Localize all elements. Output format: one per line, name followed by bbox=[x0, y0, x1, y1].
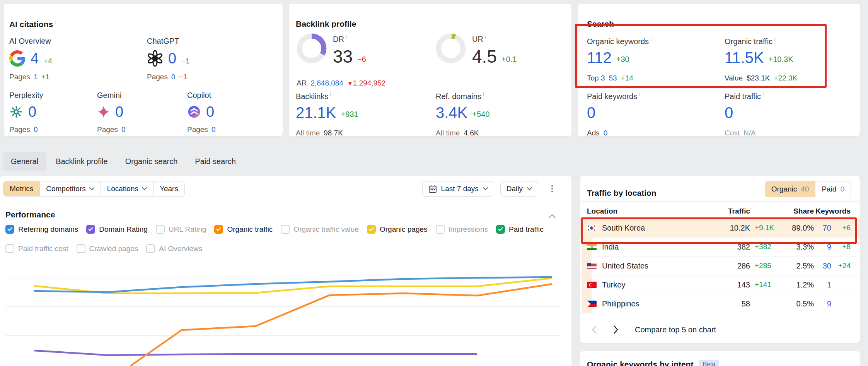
table-row-india[interactable]: India 382 +382 3.3% 9 +8 bbox=[580, 238, 860, 257]
granularity-button[interactable]: Daily bbox=[500, 181, 538, 197]
pages-delta: +1 bbox=[41, 73, 49, 81]
ai-citations-card: AI citationsi AI Overview 4 +4 Pages1+1 … bbox=[4, 4, 283, 136]
organic-traffic-value[interactable]: 11.5K bbox=[725, 50, 764, 65]
location-name[interactable]: India bbox=[602, 243, 619, 251]
paid-traffic-value[interactable]: 0 bbox=[725, 105, 733, 120]
top3-value[interactable]: 53 bbox=[609, 74, 617, 82]
table-row-united-states[interactable]: United States 286 +285 2.5% 30 +24 bbox=[580, 257, 860, 275]
alltime-value: 4.6K bbox=[464, 129, 479, 137]
paid-keywords-label: Paid keywordsi bbox=[587, 91, 640, 101]
traffic-by-location-title: Traffic by location bbox=[587, 188, 657, 198]
checkbox-organic-traffic[interactable]: Organic traffic bbox=[214, 225, 273, 234]
location-name[interactable]: Turkey bbox=[602, 280, 625, 289]
organic-keywords-delta: +30 bbox=[616, 55, 629, 65]
checkbox-ai-overviews[interactable]: AI Overviews bbox=[146, 244, 202, 253]
ai-overview-value[interactable]: 4 bbox=[31, 51, 39, 66]
turkey-flag-icon bbox=[587, 282, 597, 288]
checkbox-domain-rating[interactable]: Domain Rating bbox=[86, 225, 148, 234]
paid-count: 0 bbox=[840, 185, 844, 193]
share-value: 89.0% bbox=[777, 224, 814, 233]
checkbox-label: Organic traffic value bbox=[293, 225, 359, 234]
toggle-paid[interactable]: Paid0 bbox=[815, 181, 851, 197]
alltime-value: 98.7K bbox=[324, 129, 343, 137]
pages-value[interactable]: 0 bbox=[121, 125, 126, 134]
table-row-south-korea[interactable]: South Korea 10.2K +9.1K 89.0% 70 +6 bbox=[580, 219, 860, 238]
ar-value[interactable]: 2,848,084 bbox=[310, 79, 343, 87]
checkbox-label: AI Overviews bbox=[159, 245, 202, 253]
compare-top5-link[interactable]: Compare top 5 on chart bbox=[635, 325, 716, 334]
chart-controls: Last 7 days Daily bbox=[422, 181, 554, 197]
checkbox-referring-domains[interactable]: Referring domains bbox=[5, 225, 78, 234]
checkbox-organic-traffic-value[interactable]: Organic traffic value bbox=[281, 225, 359, 234]
organic-keywords-value[interactable]: 112 bbox=[587, 50, 612, 65]
pages-label: Pages bbox=[9, 73, 30, 81]
keywords-delta: +6 bbox=[831, 224, 851, 232]
chatgpt-value[interactable]: 0 bbox=[168, 51, 176, 66]
backlinks-value[interactable]: 21.1K bbox=[296, 105, 336, 120]
info-icon: i bbox=[650, 36, 651, 42]
location-name[interactable]: Philippines bbox=[602, 299, 639, 308]
engine-label: Perplexity bbox=[9, 91, 43, 100]
google-icon bbox=[9, 50, 26, 67]
gemini-value[interactable]: 0 bbox=[115, 104, 123, 119]
engine-label: ChatGPT bbox=[147, 37, 190, 46]
cost-label: Cost bbox=[725, 129, 740, 137]
share-value: 0.5% bbox=[777, 299, 814, 308]
checkbox-paid-traffic[interactable]: Paid traffic bbox=[496, 225, 543, 234]
ref-domains-value[interactable]: 3.4K bbox=[436, 105, 467, 120]
next-page-button[interactable] bbox=[613, 325, 619, 334]
keywords-value[interactable]: 9 bbox=[814, 299, 831, 308]
prev-page-button[interactable] bbox=[592, 325, 597, 334]
table-row-philippines[interactable]: Philippines 58 0.5% 9 bbox=[580, 294, 860, 313]
checkbox-impressions[interactable]: Impressions bbox=[436, 225, 488, 234]
tab-paid-search[interactable]: Paid search bbox=[187, 152, 244, 171]
tab-general[interactable]: General bbox=[3, 152, 46, 171]
pages-value[interactable]: 1 bbox=[34, 73, 38, 81]
share-value: 2.5% bbox=[777, 262, 814, 270]
keywords-delta: +8 bbox=[831, 243, 851, 251]
checkbox-crawled-pages[interactable]: Crawled pages bbox=[77, 244, 138, 253]
info-icon: i bbox=[483, 91, 484, 97]
filter-competitors[interactable]: Competitors bbox=[40, 181, 101, 196]
location-name[interactable]: South Korea bbox=[602, 224, 645, 233]
checkbox-url-rating[interactable]: URL Rating bbox=[156, 225, 206, 234]
pages-label: Pages bbox=[97, 125, 118, 134]
toggle-organic[interactable]: Organic40 bbox=[765, 181, 815, 197]
engine-gemini: Gemini 0 Pages0 bbox=[97, 91, 125, 134]
metric-checkbox-row-2: Paid traffic cost Crawled pages AI Overv… bbox=[5, 244, 202, 253]
keywords-value[interactable]: 1 bbox=[814, 280, 831, 289]
location-name[interactable]: United States bbox=[602, 262, 648, 270]
filter-years[interactable]: Years bbox=[153, 181, 184, 196]
table-row-turkey[interactable]: Turkey 143 +141 1.2% 1 bbox=[580, 275, 860, 294]
series-domain-rating[interactable] bbox=[34, 351, 477, 355]
pages-value[interactable]: 0 bbox=[171, 73, 176, 81]
tab-backlink-profile[interactable]: Backlink profile bbox=[48, 152, 116, 171]
keywords-by-intent-card: Organic keywords by intent Beta bbox=[580, 351, 860, 366]
chevron-down-icon bbox=[142, 187, 147, 190]
checkbox-box bbox=[496, 225, 505, 234]
ads-value[interactable]: 0 bbox=[604, 129, 608, 137]
collapse-section-button[interactable] bbox=[548, 213, 556, 220]
engine-perplexity: Perplexity 0 Pages0 bbox=[9, 91, 43, 134]
tab-organic-search[interactable]: Organic search bbox=[118, 152, 186, 171]
pages-delta: −1 bbox=[179, 73, 187, 81]
ar-row: AR 2,848,084 ▼1,294,952 bbox=[297, 79, 385, 87]
cost-value: N/A bbox=[744, 129, 756, 137]
keywords-value[interactable]: 70 bbox=[814, 224, 831, 233]
checkbox-organic-pages[interactable]: Organic pages bbox=[367, 225, 428, 234]
keywords-value[interactable]: 9 bbox=[814, 243, 831, 251]
checkbox-paid-traffic-cost[interactable]: Paid traffic cost bbox=[5, 244, 68, 253]
backlink-profile-card: Backlink profile DRi 33−6 AR 2,848,084 ▼… bbox=[289, 4, 571, 136]
filter-metrics[interactable]: Metrics bbox=[3, 181, 40, 196]
checkbox-label: Paid traffic cost bbox=[18, 245, 68, 253]
keywords-value[interactable]: 30 bbox=[814, 262, 831, 270]
perplexity-value[interactable]: 0 bbox=[28, 104, 36, 119]
date-range-button[interactable]: Last 7 days bbox=[422, 181, 494, 197]
paid-keywords-value[interactable]: 0 bbox=[587, 105, 595, 120]
copilot-value[interactable]: 0 bbox=[206, 104, 214, 119]
filter-locations[interactable]: Locations bbox=[101, 181, 153, 196]
more-options-button[interactable] bbox=[550, 184, 554, 194]
engine-label: AI Overview bbox=[9, 37, 52, 46]
pages-value[interactable]: 0 bbox=[211, 125, 216, 134]
pages-value[interactable]: 0 bbox=[34, 125, 38, 134]
